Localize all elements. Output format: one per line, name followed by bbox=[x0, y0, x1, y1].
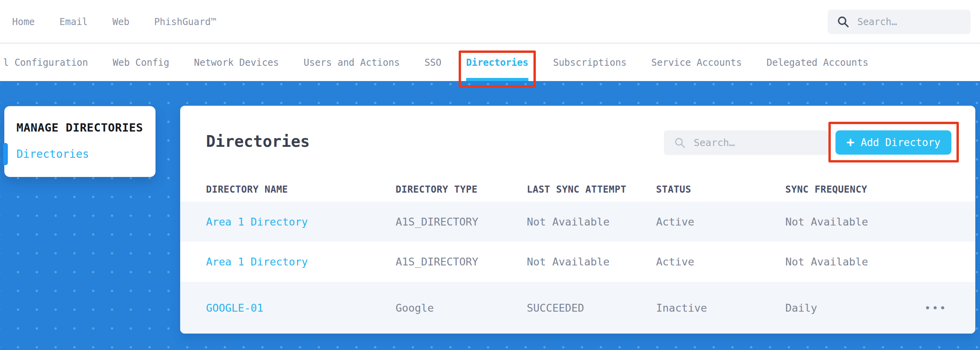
col-directory-type: DIRECTORY TYPE bbox=[396, 184, 527, 195]
tab-email-configuration[interactable]: l Configuration bbox=[3, 44, 88, 81]
sync-frequency: Not Available bbox=[785, 256, 924, 268]
nav-item-phishguard[interactable]: PhishGuard™ bbox=[154, 16, 216, 27]
table-row: Area 1 Directory A1S_DIRECTORY Not Avail… bbox=[180, 202, 975, 242]
directories-table: DIRECTORY NAME DIRECTORY TYPE LAST SYNC … bbox=[180, 177, 975, 334]
search-icon bbox=[837, 16, 850, 28]
directory-name-link[interactable]: GOOGLE-01 bbox=[206, 302, 396, 314]
col-status: STATUS bbox=[656, 184, 785, 195]
top-bar: Home Email Web PhishGuard™ bbox=[0, 0, 980, 43]
top-nav: Home Email Web PhishGuard™ bbox=[12, 0, 216, 43]
content-area: MANAGE DIRECTORIES Directories Directori… bbox=[0, 81, 980, 350]
col-sync-frequency: SYNC FREQUENCY bbox=[785, 184, 924, 195]
section-tab-bar: l Configuration Web Config Network Devic… bbox=[0, 44, 980, 81]
tab-service-accounts[interactable]: Service Accounts bbox=[651, 44, 742, 81]
active-tab-underline bbox=[466, 78, 528, 81]
tab-web-config[interactable]: Web Config bbox=[113, 44, 170, 81]
panel-title: Directories bbox=[206, 132, 310, 150]
last-sync-attempt: Not Available bbox=[527, 216, 656, 228]
global-search-input[interactable] bbox=[857, 16, 944, 27]
tab-sso[interactable]: SSO bbox=[425, 44, 441, 81]
side-card-link-directories[interactable]: Directories bbox=[16, 148, 89, 161]
directories-search-input[interactable] bbox=[694, 137, 792, 148]
row-menu-icon[interactable]: ••• bbox=[924, 302, 975, 314]
directory-name-link[interactable]: Area 1 Directory bbox=[206, 256, 396, 268]
directory-type: A1S_DIRECTORY bbox=[396, 256, 527, 268]
tab-delegated-accounts[interactable]: Delegated Accounts bbox=[767, 44, 868, 81]
last-sync-attempt: Not Available bbox=[527, 256, 656, 268]
directories-search[interactable] bbox=[664, 130, 828, 155]
table-header-row: DIRECTORY NAME DIRECTORY TYPE LAST SYNC … bbox=[180, 177, 975, 202]
add-directory-button[interactable]: + Add Directory bbox=[835, 130, 951, 155]
active-item-indicator bbox=[3, 143, 8, 165]
tab-subscriptions[interactable]: Subscriptions bbox=[553, 44, 627, 81]
col-directory-name: DIRECTORY NAME bbox=[206, 184, 396, 195]
manage-directories-card: MANAGE DIRECTORIES Directories bbox=[4, 106, 155, 177]
status: Inactive bbox=[656, 302, 785, 314]
sync-frequency: Not Available bbox=[785, 216, 924, 228]
status: Active bbox=[656, 256, 785, 268]
nav-item-web[interactable]: Web bbox=[112, 16, 129, 27]
panel-header: Directories + Add Directory bbox=[180, 106, 975, 177]
table-row: Area 1 Directory A1S_DIRECTORY Not Avail… bbox=[180, 242, 975, 282]
directory-name-link[interactable]: Area 1 Directory bbox=[206, 216, 396, 228]
directory-type: Google bbox=[396, 302, 527, 314]
table-row: GOOGLE-01 Google SUCCEEDED Inactive Dail… bbox=[180, 282, 975, 334]
search-icon bbox=[674, 137, 686, 149]
tab-directories[interactable]: Directories bbox=[466, 44, 528, 81]
directory-type: A1S_DIRECTORY bbox=[396, 216, 527, 228]
nav-item-home[interactable]: Home bbox=[12, 16, 35, 27]
app-window: Home Email Web PhishGuard™ l Configurati… bbox=[0, 0, 980, 350]
plus-icon: + bbox=[846, 135, 854, 149]
tab-users-and-actions[interactable]: Users and Actions bbox=[304, 44, 400, 81]
nav-item-email[interactable]: Email bbox=[60, 16, 88, 27]
side-card-title: MANAGE DIRECTORIES bbox=[16, 121, 143, 134]
add-directory-label: Add Directory bbox=[861, 137, 940, 148]
col-last-sync-attempt: LAST SYNC ATTEMPT bbox=[527, 184, 656, 195]
sync-frequency: Daily bbox=[785, 302, 924, 314]
tab-network-devices[interactable]: Network Devices bbox=[194, 44, 279, 81]
global-search[interactable] bbox=[828, 10, 971, 34]
status: Active bbox=[656, 216, 785, 228]
last-sync-attempt: SUCCEEDED bbox=[527, 302, 656, 314]
tab-directories-label: Directories bbox=[466, 57, 528, 68]
directories-panel: Directories + Add Directory DIRECTORY NA… bbox=[180, 106, 975, 334]
